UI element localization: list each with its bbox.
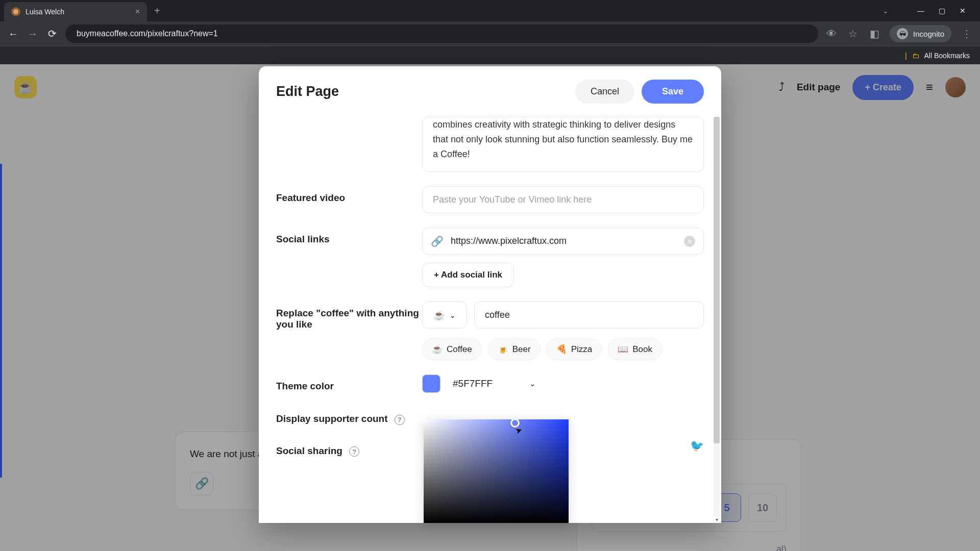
tabs-dropdown-icon[interactable]: ⌄	[883, 7, 889, 15]
bio-textarea[interactable]: combines creativity with strategic think…	[422, 117, 704, 172]
new-tab-button[interactable]: +	[154, 5, 160, 17]
browser-chrome: Luisa Welch × + ⌄ — ▢ ✕ ← → ⟳ buymeacoff…	[0, 0, 980, 64]
emoji-select[interactable]: ☕ ⌄	[422, 302, 467, 329]
coffee-label: Coffee	[447, 344, 472, 355]
incognito-icon: 🕶	[897, 28, 908, 39]
modal-header: Edit Page Cancel Save	[259, 66, 721, 117]
incognito-label: Incognito	[913, 30, 944, 38]
bookmarks-divider: |	[905, 52, 907, 60]
color-gradient[interactable]: ➤	[424, 419, 569, 523]
browser-tab[interactable]: Luisa Welch ×	[4, 2, 147, 21]
minimize-icon[interactable]: —	[917, 7, 924, 15]
maximize-icon[interactable]: ▢	[939, 7, 945, 15]
tab-bar: Luisa Welch × + ⌄ — ▢ ✕	[0, 0, 980, 21]
preset-row: ☕ Coffee 🍺 Beer 🍕 Pizza 📖 Book	[422, 338, 704, 360]
preset-coffee[interactable]: ☕ Coffee	[422, 338, 482, 360]
scrollbar-thumb[interactable]	[714, 117, 720, 443]
color-picker[interactable]: ➤	[424, 419, 569, 523]
add-social-link-button[interactable]: + Add social link	[422, 263, 514, 287]
tab-close-icon[interactable]: ×	[135, 7, 140, 16]
preset-beer[interactable]: 🍺 Beer	[488, 338, 541, 360]
close-window-icon[interactable]: ✕	[960, 7, 966, 15]
pizza-label: Pizza	[571, 344, 593, 355]
reload-icon[interactable]: ⟳	[46, 28, 58, 40]
twitter-icon[interactable]: 🐦	[690, 439, 704, 453]
url-text: buymeacoffee.com/pixelcraftux?new=1	[77, 29, 218, 38]
theme-color-row: Theme color #5F7FFF ⌄	[276, 374, 704, 393]
beer-emoji: 🍺	[498, 344, 508, 355]
book-label: Book	[632, 344, 652, 355]
modal-title: Edit Page	[276, 84, 339, 99]
cursor-icon: ➤	[514, 424, 524, 436]
pizza-emoji: 🍕	[556, 344, 567, 355]
theme-color-label: Theme color	[276, 374, 422, 392]
scrollbar-down-icon[interactable]: ▾	[714, 517, 720, 523]
link-icon: 🔗	[431, 235, 444, 247]
nav-bar: ← → ⟳ buymeacoffee.com/pixelcraftux?new=…	[0, 21, 980, 46]
supporter-count-label: Display supporter count ?	[276, 407, 422, 425]
eye-off-icon[interactable]: 👁	[825, 28, 838, 40]
url-bar[interactable]: buymeacoffee.com/pixelcraftux?new=1	[65, 24, 818, 43]
social-sharing-label: Social sharing ?	[276, 439, 422, 457]
featured-video-label: Featured video	[276, 186, 422, 204]
social-links-label: Social links	[276, 228, 422, 245]
coffee-emoji: ☕	[432, 344, 443, 355]
social-link-input-wrap: 🔗 ×	[422, 228, 704, 255]
extensions-icon[interactable]: ◧	[868, 28, 880, 40]
help-icon[interactable]: ?	[349, 446, 359, 457]
chevron-down-icon: ⌄	[450, 311, 456, 319]
selected-emoji: ☕	[433, 310, 445, 321]
replace-text-input[interactable]	[474, 302, 704, 329]
kebab-menu-icon[interactable]: ⋮	[961, 28, 973, 40]
featured-video-input[interactable]	[422, 186, 704, 213]
replace-coffee-label: Replace "coffee" with anything you like	[276, 302, 422, 330]
tab-title: Luisa Welch	[26, 8, 64, 16]
all-bookmarks-button[interactable]: All Bookmarks	[924, 52, 970, 60]
window-controls: ⌄ — ▢ ✕	[883, 7, 976, 15]
tab-favicon	[11, 7, 20, 16]
featured-video-row: Featured video	[276, 186, 704, 213]
color-hex-value: #5F7FFF	[453, 378, 493, 389]
forward-icon[interactable]: →	[27, 28, 39, 40]
star-icon[interactable]: ☆	[847, 28, 859, 40]
book-emoji: 📖	[618, 344, 628, 355]
replace-coffee-row: Replace "coffee" with anything you like …	[276, 302, 704, 330]
nav-right: 👁 ☆ ◧ 🕶 Incognito ⋮	[825, 25, 973, 42]
social-link-input[interactable]	[451, 228, 684, 254]
save-button[interactable]: Save	[642, 80, 704, 104]
beer-label: Beer	[512, 344, 531, 355]
color-swatch[interactable]	[422, 374, 440, 393]
incognito-badge[interactable]: 🕶 Incognito	[890, 25, 951, 42]
preset-book[interactable]: 📖 Book	[608, 338, 662, 360]
social-links-row: Social links 🔗 × + Add social link	[276, 228, 704, 287]
preset-pizza[interactable]: 🍕 Pizza	[547, 338, 602, 360]
color-dropdown[interactable]: #5F7FFF ⌄	[453, 378, 536, 389]
clear-social-link-icon[interactable]: ×	[684, 236, 695, 247]
cancel-button[interactable]: Cancel	[575, 80, 634, 104]
folder-icon: 🗀	[912, 52, 919, 60]
bookmarks-bar: | 🗀 All Bookmarks	[0, 46, 980, 64]
chevron-down-icon: ⌄	[529, 379, 536, 388]
help-icon[interactable]: ?	[395, 415, 405, 425]
back-icon[interactable]: ←	[7, 28, 19, 40]
